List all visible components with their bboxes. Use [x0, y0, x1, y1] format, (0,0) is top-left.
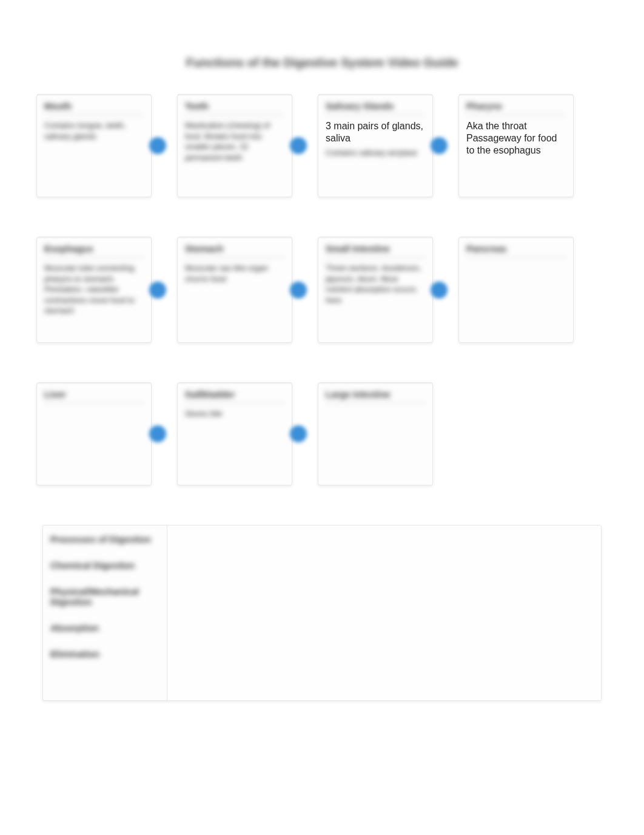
card-salivary-glands: Salivary Glands 3 main pairs of glands, …	[318, 94, 433, 197]
terms-left-column: Processes of Digestion Chemical Digestio…	[43, 526, 167, 700]
term-item: Absorption	[50, 623, 159, 633]
rows-container: Mouth Contains tongue, teeth, salivary g…	[0, 94, 644, 485]
card-large-intestine: Large Intestine	[318, 382, 433, 485]
term-item: Chemical Digestion	[50, 560, 159, 570]
card-header: Mouth	[44, 101, 144, 115]
connector-icon	[149, 137, 166, 154]
connector-icon	[431, 282, 448, 299]
card-body: Three sections: duodenum, jejunum, ileum…	[326, 263, 425, 305]
card-header: Teeth	[185, 101, 284, 115]
card-header: Small Intestine	[326, 243, 425, 258]
card-body: 3 main pairs of glands, saliva Contains …	[326, 120, 425, 158]
term-item: Physical/Mechanical Digestion	[50, 586, 159, 607]
connector-icon	[149, 282, 166, 299]
card-row-3: Liver Gallbladder Stores bile Large Inte…	[36, 382, 608, 485]
card-row-2: Esophagus Muscular tube connecting phary…	[36, 237, 608, 343]
card-pharynx: Pharynx Aka the throat Passageway for fo…	[458, 94, 574, 197]
card-row-1: Mouth Contains tongue, teeth, salivary g…	[36, 94, 608, 197]
term-item: Elimination	[50, 649, 159, 659]
card-body: Muscular tube connecting pharynx to stom…	[44, 263, 144, 316]
card-teeth: Teeth Mastication (chewing) of food. Bre…	[177, 94, 292, 197]
card-header: Esophagus	[44, 243, 144, 258]
card-header: Pancreas	[466, 243, 566, 258]
terms-box: Processes of Digestion Chemical Digestio…	[42, 525, 602, 701]
card-body: Mastication (chewing) of food. Breaks fo…	[185, 120, 284, 163]
card-esophagus: Esophagus Muscular tube connecting phary…	[36, 237, 152, 343]
card-header: Pharynx	[466, 101, 566, 115]
connector-icon	[290, 137, 307, 154]
card-body: Aka the throat Passageway for food to th…	[466, 120, 566, 157]
page-title: Functions of the Digestive System Video …	[0, 0, 644, 94]
terms-right-column	[167, 526, 601, 700]
card-gallbladder: Gallbladder Stores bile	[177, 382, 292, 485]
connector-icon	[149, 425, 166, 442]
card-header: Salivary Glands	[326, 101, 425, 115]
card-header: Stomach	[185, 243, 284, 258]
card-body: Muscular sac-like organ churns food	[185, 263, 284, 284]
connector-icon	[290, 425, 307, 442]
term-item: Processes of Digestion	[50, 534, 159, 544]
card-small-intestine: Small Intestine Three sections: duodenum…	[318, 237, 433, 343]
card-stomach: Stomach Muscular sac-like organ churns f…	[177, 237, 292, 343]
connector-icon	[431, 137, 448, 154]
card-mouth: Mouth Contains tongue, teeth, salivary g…	[36, 94, 152, 197]
card-header: Liver	[44, 389, 144, 404]
card-body: Contains tongue, teeth, salivary glands	[44, 120, 144, 141]
card-liver: Liver	[36, 382, 152, 485]
card-body-text: 3 main pairs of glands, saliva	[326, 121, 423, 143]
card-body: Stores bile	[185, 408, 284, 419]
card-body-extra: Contains salivary amylase	[326, 148, 425, 158]
card-header: Gallbladder	[185, 389, 284, 404]
card-header: Large Intestine	[326, 389, 425, 404]
connector-icon	[290, 282, 307, 299]
card-pancreas: Pancreas	[458, 237, 574, 343]
